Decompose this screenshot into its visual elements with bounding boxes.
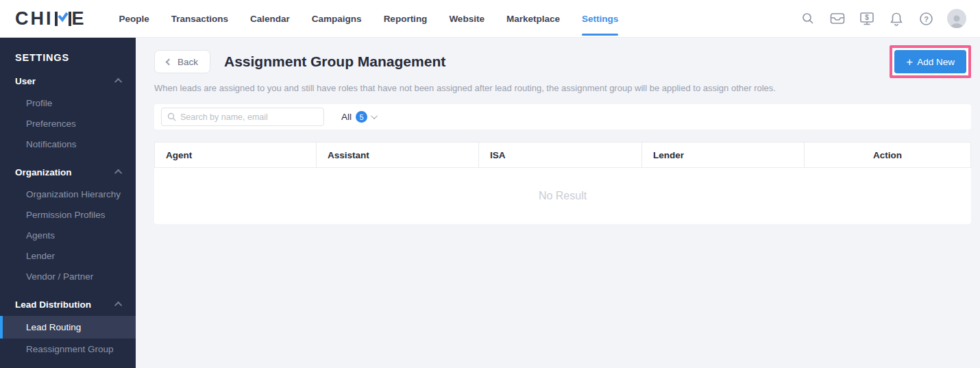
nav-item-people[interactable]: People — [108, 0, 160, 38]
column-header-lender: Lender — [642, 143, 805, 167]
sidebar-title: SETTINGS — [0, 52, 136, 63]
user-avatar[interactable] — [947, 9, 966, 28]
sidebar-section-organization[interactable]: Organization — [0, 160, 136, 184]
sidebar-section-user[interactable]: User — [0, 69, 136, 93]
chevron-up-icon — [114, 169, 122, 177]
billing-icon[interactable]: $ — [859, 10, 875, 27]
chime-logo-text-prefix: CHI — [15, 8, 53, 29]
sidebar-item-organization-hierarchy[interactable]: Organization Hierarchy — [0, 184, 136, 204]
chime-logo[interactable]: CHI E — [15, 8, 86, 29]
assignment-group-table: Agent Assistant ISA Lender Action No Res… — [154, 142, 971, 224]
sidebar-item-lender[interactable]: Lender — [0, 245, 136, 266]
sidebar-section-label: User — [15, 76, 36, 86]
nav-item-settings[interactable]: Settings — [571, 0, 629, 38]
sidebar-item-vendor-partner[interactable]: Vendor / Partner — [0, 266, 136, 286]
nav-item-calendar[interactable]: Calendar — [239, 0, 301, 38]
column-header-isa: ISA — [479, 143, 642, 167]
sidebar-item-permission-profiles[interactable]: Permission Profiles — [0, 204, 136, 225]
main-content: Back Assignment Group Management + Add N… — [136, 38, 980, 368]
search-icon — [167, 112, 176, 121]
sidebar-section-label: Organization — [15, 167, 72, 177]
help-icon[interactable]: ? — [918, 10, 934, 27]
search-field-wrapper — [161, 108, 324, 126]
column-header-assistant: Assistant — [317, 143, 479, 167]
top-navbar: CHI E People Transactions Calendar Campa… — [0, 0, 980, 38]
sidebar-item-lead-routing[interactable]: Lead Routing — [0, 316, 136, 339]
add-new-button-label: Add New — [917, 57, 955, 67]
plus-icon: + — [906, 56, 913, 68]
chime-logo-text-suffix: E — [72, 8, 86, 29]
svg-text:?: ? — [924, 14, 929, 23]
chevron-up-icon — [114, 78, 122, 86]
page-description: When leads are assigned to you and still… — [154, 83, 971, 93]
search-input[interactable] — [180, 112, 318, 122]
svg-text:$: $ — [865, 14, 869, 21]
filter-count-badge: 5 — [356, 111, 367, 123]
highlight-annotation: + Add New — [890, 45, 971, 78]
nav-item-transactions[interactable]: Transactions — [160, 0, 239, 38]
chevron-down-icon — [371, 112, 378, 119]
role-filter-dropdown[interactable]: All 5 — [341, 111, 378, 123]
page-title: Assignment Group Management — [224, 53, 445, 70]
no-result-text: No Result — [539, 190, 587, 202]
sidebar-item-reassignment-group[interactable]: Reassignment Group — [0, 339, 136, 359]
sidebar-section-lead-distribution[interactable]: Lead Distribution — [0, 293, 136, 316]
settings-sidebar: SETTINGS User Profile Preferences Notifi… — [0, 38, 136, 368]
notifications-icon[interactable] — [888, 10, 905, 27]
sidebar-section-label: Lead Distribution — [15, 299, 91, 310]
column-header-action: Action — [805, 143, 970, 167]
filter-bar: All 5 — [154, 104, 971, 130]
column-header-agent: Agent — [155, 143, 317, 167]
filter-label: All — [341, 112, 352, 122]
sidebar-item-agents[interactable]: Agents — [0, 225, 136, 245]
main-menu: People Transactions Calendar Campaigns R… — [108, 0, 630, 38]
inbox-icon[interactable] — [829, 10, 846, 27]
nav-item-marketplace[interactable]: Marketplace — [495, 0, 571, 38]
add-new-button[interactable]: + Add New — [894, 50, 966, 73]
sidebar-item-profile[interactable]: Profile — [0, 93, 136, 113]
table-empty-state: No Result — [154, 168, 971, 224]
table-header-row: Agent Assistant ISA Lender Action — [154, 142, 971, 168]
back-button[interactable]: Back — [154, 50, 210, 73]
app-window: CHI E People Transactions Calendar Campa… — [0, 0, 980, 368]
search-icon[interactable] — [800, 10, 816, 27]
navbar-icons: $ ? — [800, 9, 966, 28]
nav-item-website[interactable]: Website — [438, 0, 495, 38]
sidebar-item-preferences[interactable]: Preferences — [0, 113, 136, 134]
chime-logo-m-icon — [55, 12, 71, 26]
chevron-left-icon — [166, 58, 173, 65]
nav-item-reporting[interactable]: Reporting — [373, 0, 439, 38]
sidebar-item-notifications[interactable]: Notifications — [0, 134, 136, 154]
back-button-label: Back — [177, 57, 198, 67]
chevron-up-icon — [114, 302, 122, 309]
nav-item-campaigns[interactable]: Campaigns — [301, 0, 373, 38]
